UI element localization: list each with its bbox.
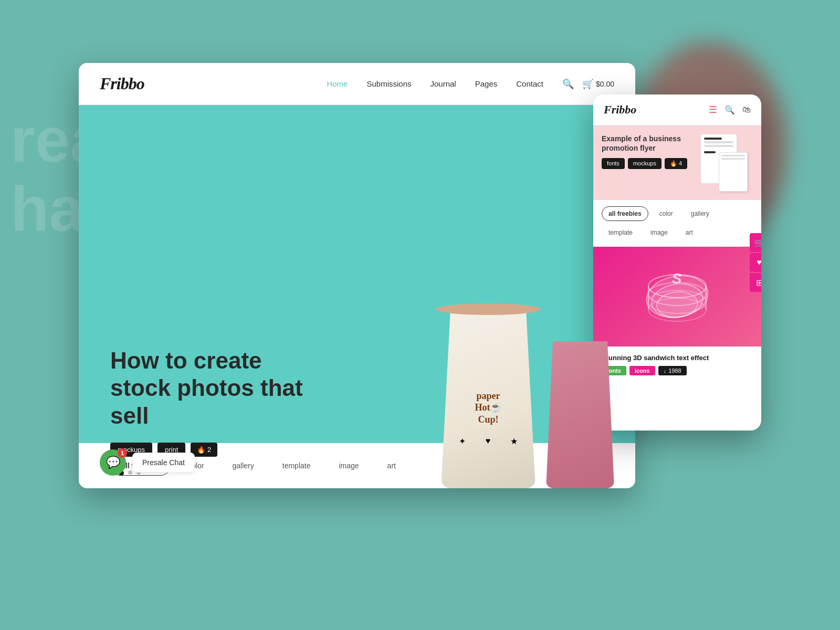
mobile-card: S Stunning 3D sandwich te <box>593 247 761 430</box>
flyer-mockup <box>700 134 748 192</box>
flyer-line-5 <box>721 155 745 156</box>
cup-decorations: ✦♥★ <box>449 436 528 446</box>
mobile-filter-art[interactable]: art <box>679 225 700 240</box>
mobile-search-icon[interactable]: 🔍 <box>724 105 735 115</box>
mobile-nav: Fribbo ☰ 🔍 🛍 <box>593 94 761 125</box>
mobile-filter-all[interactable]: all freebies <box>602 206 648 221</box>
flyer-line-4 <box>704 151 716 153</box>
download-count: 1988 <box>668 368 681 374</box>
mobile-tag-fire[interactable]: 🔥 4 <box>665 158 687 169</box>
filter-image[interactable]: image <box>328 456 370 476</box>
scene-container: Fribbo Home Submissions Journal Pages Co… <box>79 63 761 567</box>
nav-link-submissions[interactable]: Submissions <box>366 79 411 88</box>
mobile-sidebar-fav[interactable]: ♥ <box>750 253 761 272</box>
mobile-sidebar-view[interactable]: ⊞ <box>750 273 761 292</box>
mobile-nav-icons: ☰ 🔍 🛍 <box>709 104 751 116</box>
mobile-filter-gallery[interactable]: gallery <box>684 206 716 221</box>
mobile-hero-title: Example of a business promotion flyer <box>602 134 689 153</box>
mobile-logo: Fribbo <box>604 103 709 117</box>
filter-template[interactable]: template <box>271 456 322 476</box>
mobile-card-title: Stunning 3D sandwich text effect <box>602 354 753 362</box>
hero-content: How to create stock photos that sell moc… <box>110 347 320 457</box>
flyer-line-2 <box>704 141 733 143</box>
mobile-card-info: Stunning 3D sandwich text effect fonts i… <box>593 346 761 381</box>
flyer-second <box>719 152 748 192</box>
mobile-card-tag-icons[interactable]: icons <box>629 366 655 375</box>
nav-icons: 🔍 🛒 $0.00 <box>562 78 614 90</box>
mobile-filter-image[interactable]: image <box>644 225 675 240</box>
hero-cup-image: paperHot☕Cup! ✦♥★ <box>415 236 604 488</box>
chat-widget: 💬 1 Presale Chat <box>100 449 195 476</box>
mobile-filter-color[interactable]: color <box>653 206 680 221</box>
cup-back <box>546 341 614 488</box>
filter-art[interactable]: art <box>376 456 407 476</box>
desktop-nav-links: Home Submissions Journal Pages Contact <box>327 79 543 89</box>
mobile-hero-card: Example of a business promotion flyer fo… <box>593 125 761 200</box>
flyer-line-3 <box>704 145 733 147</box>
mobile-sidebar: 🛒 ♥ ⊞ <box>750 233 761 292</box>
cup-lid <box>436 303 541 315</box>
mobile-tag-fonts[interactable]: fonts <box>602 158 625 169</box>
mobile-sidebar-cart[interactable]: 🛒 <box>750 233 761 252</box>
filter-gallery[interactable]: gallery <box>222 456 265 476</box>
chat-label[interactable]: Presale Chat <box>132 453 195 472</box>
chat-icon: 💬 <box>106 456 120 469</box>
cup-text: paperHot☕Cup! <box>449 390 528 426</box>
nav-link-pages[interactable]: Pages <box>475 79 498 88</box>
menu-icon[interactable]: ☰ <box>709 104 717 116</box>
3d-effect-illustration: S <box>640 265 714 328</box>
cart-price: $0.00 <box>596 80 614 88</box>
mobile-hero-tags: fonts mockups 🔥 4 <box>602 158 689 169</box>
mobile-card-tags: fonts icons ↓ 1988 <box>602 366 753 375</box>
tag-fire[interactable]: 🔥 2 <box>191 443 217 457</box>
cart-icon: 🛒 <box>582 78 594 90</box>
mobile-card-image: S <box>593 247 761 346</box>
mobile-filter-template[interactable]: template <box>602 225 639 240</box>
nav-link-journal[interactable]: Journal <box>430 79 456 88</box>
desktop-logo: Fribbo <box>100 74 144 93</box>
desktop-window: Fribbo Home Submissions Journal Pages Co… <box>79 63 635 488</box>
flyer-line-1 <box>704 138 722 140</box>
mobile-cart-icon[interactable]: 🛍 <box>742 105 751 114</box>
mobile-hero-text: Example of a business promotion flyer fo… <box>602 134 689 192</box>
download-icon: ↓ <box>664 368 667 374</box>
nav-link-home[interactable]: Home <box>327 79 348 88</box>
desktop-nav: Fribbo Home Submissions Journal Pages Co… <box>79 63 635 105</box>
cart-button[interactable]: 🛒 $0.00 <box>582 78 614 90</box>
mobile-filters: all freebies color gallery template imag… <box>593 200 761 247</box>
mobile-card-tag-downloads[interactable]: ↓ 1988 <box>658 366 687 375</box>
mobile-tag-mockups[interactable]: mockups <box>628 158 662 169</box>
flyer-line-6 <box>721 158 745 160</box>
hero-section: How to create stock photos that sell moc… <box>79 105 635 488</box>
mobile-window: Fribbo ☰ 🔍 🛍 Example of a business promo… <box>593 94 761 430</box>
chat-button[interactable]: 💬 1 <box>100 449 126 476</box>
nav-link-contact[interactable]: Contact <box>516 79 543 88</box>
search-icon[interactable]: 🔍 <box>562 78 574 90</box>
mobile-hero-image <box>695 134 753 192</box>
hero-title: How to create stock photos that sell <box>110 347 320 430</box>
3d-sandwich-svg <box>640 265 714 328</box>
cup-main: paperHot☕Cup! ✦♥★ <box>436 289 541 488</box>
chat-badge: 1 <box>118 448 127 458</box>
